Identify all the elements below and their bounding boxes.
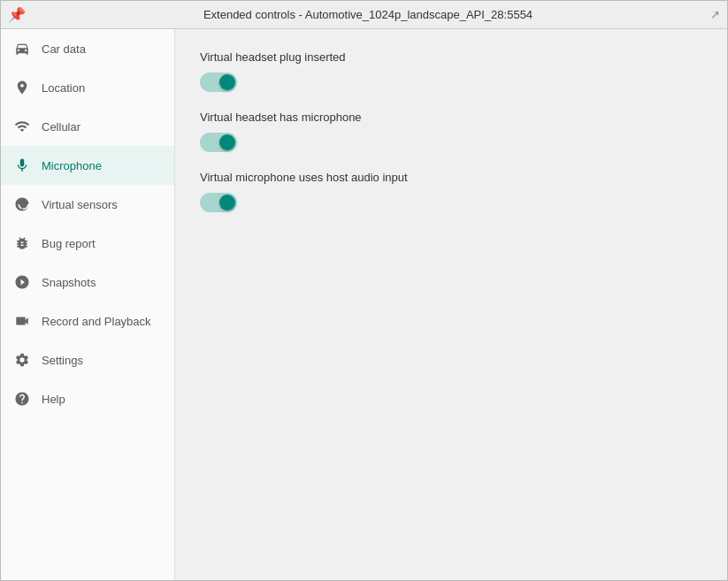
toggle-label-host-audio: Virtual microphone uses host audio input — [200, 171, 702, 184]
sidebar-item-settings[interactable]: Settings — [1, 340, 174, 379]
settings-icon — [13, 351, 31, 369]
location-icon — [13, 79, 31, 96]
extended-controls-window: 📌 Extended controls - Automotive_1024p_l… — [0, 0, 728, 581]
sidebar-item-help[interactable]: Help — [1, 379, 174, 418]
sidebar-item-car-data[interactable]: Car data — [1, 29, 174, 68]
sidebar-item-label: Car data — [42, 42, 86, 56]
sidebar-item-location[interactable]: Location — [1, 68, 174, 107]
main-panel: Virtual headset plug inserted Virtual he… — [175, 29, 727, 580]
resize-icon[interactable]: ↗ — [710, 8, 720, 21]
sidebar-item-bug-report[interactable]: Bug report — [1, 224, 174, 263]
record-icon — [13, 312, 31, 330]
toggle-thumb-headset-plug — [219, 74, 235, 90]
snapshots-icon — [13, 273, 31, 291]
toggle-thumb-headset-mic — [219, 134, 235, 150]
virtual-sensors-icon — [13, 195, 31, 213]
sidebar-item-label: Bug report — [42, 237, 96, 250]
toggle-label-headset-plug: Virtual headset plug inserted — [200, 50, 702, 64]
sidebar-item-label: Record and Playback — [42, 315, 151, 328]
sidebar-item-record-playback[interactable]: Record and Playback — [1, 302, 174, 340]
sidebar-item-label: Snapshots — [42, 276, 96, 289]
pin-icon[interactable]: 📌 — [8, 6, 26, 23]
sidebar: Car data Location Cellular Microphone Vi… — [1, 29, 175, 580]
toggle-row-headset-mic: Virtual headset has microphone — [200, 111, 702, 146]
toggle-label-headset-mic: Virtual headset has microphone — [200, 111, 702, 124]
bug-icon — [13, 234, 31, 252]
sidebar-item-label: Microphone — [42, 159, 102, 172]
content-area: Car data Location Cellular Microphone Vi… — [1, 29, 727, 580]
cellular-icon — [13, 118, 31, 135]
sidebar-item-label: Settings — [42, 354, 83, 367]
sidebar-item-label: Virtual sensors — [42, 198, 118, 211]
sidebar-item-snapshots[interactable]: Snapshots — [1, 263, 174, 302]
titlebar: 📌 Extended controls - Automotive_1024p_l… — [1, 1, 727, 29]
toggle-thumb-host-audio — [219, 195, 235, 210]
microphone-icon — [13, 157, 31, 174]
sidebar-item-virtual-sensors[interactable]: Virtual sensors — [1, 185, 174, 224]
car-icon — [13, 40, 31, 57]
sidebar-item-label: Cellular — [42, 120, 80, 134]
sidebar-item-label: Location — [42, 81, 85, 95]
sidebar-item-cellular[interactable]: Cellular — [1, 107, 174, 146]
help-icon — [13, 390, 31, 408]
toggle-row-headset-plug: Virtual headset plug inserted — [200, 50, 702, 86]
sidebar-item-label: Help — [42, 393, 65, 406]
sidebar-item-microphone[interactable]: Microphone — [1, 146, 174, 185]
toggle-row-host-audio: Virtual microphone uses host audio input — [200, 171, 702, 206]
window-title: Extended controls - Automotive_1024p_lan… — [26, 8, 710, 21]
